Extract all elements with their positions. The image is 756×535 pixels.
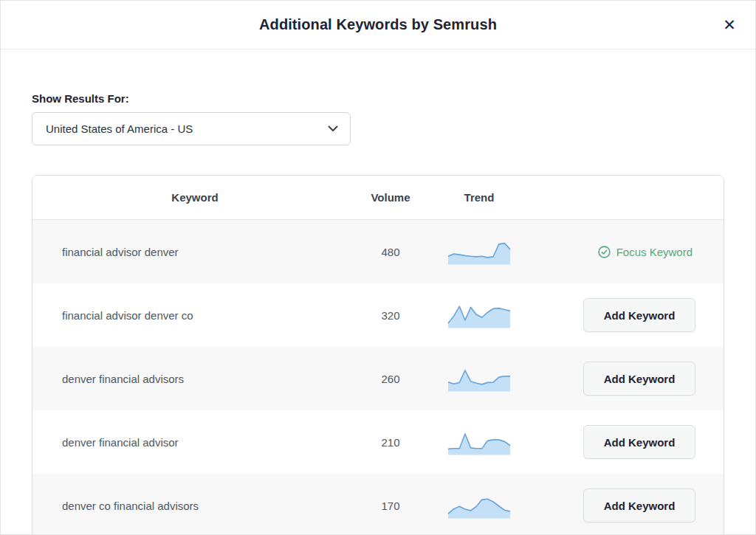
table-row: denver co financial advisors 170 Add Key…: [32, 474, 724, 535]
trend-sparkline-chart: [448, 428, 510, 456]
close-icon: ✕: [723, 17, 736, 32]
add-keyword-button[interactable]: Add Keyword: [583, 425, 695, 459]
modal-title: Additional Keywords by Semrush: [259, 16, 497, 33]
volume-cell: 210: [357, 436, 424, 449]
table-header-row: Keyword Volume Trend: [32, 176, 724, 220]
add-keyword-button[interactable]: Add Keyword: [583, 489, 695, 522]
table-row: denver financial advisors 260 Add Keywor…: [32, 347, 724, 410]
keyword-cell: financial advisor denver: [32, 246, 357, 258]
trend-sparkline-chart: [448, 365, 510, 393]
column-header-volume: Volume: [357, 191, 424, 204]
modal-body: Show Results For: United States of Ameri…: [1, 92, 755, 535]
volume-cell: 320: [357, 309, 424, 322]
trend-sparkline-chart: [448, 238, 510, 266]
column-header-keyword: Keyword: [32, 191, 357, 204]
action-cell: Add Keyword: [535, 425, 724, 459]
action-cell: Add Keyword: [535, 298, 724, 332]
country-select[interactable]: United States of America - US: [32, 112, 351, 145]
action-cell: Add Keyword: [535, 362, 724, 396]
trend-sparkline-chart: [448, 301, 510, 329]
keyword-cell: denver financial advisor: [32, 436, 357, 449]
trend-cell: [424, 301, 535, 329]
check-circle-icon: [598, 246, 611, 258]
volume-cell: 480: [357, 246, 424, 258]
volume-cell: 260: [357, 373, 424, 385]
keyword-cell: financial advisor denver co: [32, 309, 357, 322]
action-cell: Add Keyword: [535, 489, 724, 522]
focus-keyword-badge: Focus Keyword: [598, 246, 695, 258]
chevron-down-icon: [328, 125, 338, 132]
table-row: financial advisor denver co 320 Add Keyw…: [32, 283, 724, 347]
volume-cell: 170: [357, 500, 424, 512]
add-keyword-button[interactable]: Add Keyword: [583, 362, 695, 396]
trend-cell: [424, 238, 535, 266]
semrush-keywords-modal: Additional Keywords by Semrush ✕ Show Re…: [0, 0, 756, 535]
modal-header: Additional Keywords by Semrush ✕: [1, 1, 755, 49]
trend-sparkline-chart: [448, 491, 510, 520]
action-cell: Focus Keyword: [535, 246, 724, 258]
table-row: denver financial advisor 210 Add Keyword: [32, 410, 724, 474]
add-keyword-button[interactable]: Add Keyword: [583, 298, 695, 332]
trend-cell: [424, 365, 535, 393]
focus-keyword-label: Focus Keyword: [616, 246, 693, 258]
close-button[interactable]: ✕: [717, 13, 742, 38]
keyword-cell: denver co financial advisors: [32, 500, 357, 512]
column-header-trend: Trend: [424, 191, 535, 204]
trend-cell: [424, 428, 535, 456]
keyword-cell: denver financial advisors: [32, 373, 357, 385]
country-select-value: United States of America - US: [46, 122, 193, 135]
show-results-label: Show Results For:: [32, 92, 724, 105]
trend-cell: [424, 491, 535, 520]
keywords-table: Keyword Volume Trend financial advisor d…: [32, 175, 724, 535]
table-row: financial advisor denver 480 Focus Keywo…: [32, 220, 724, 283]
table-body: financial advisor denver 480 Focus Keywo…: [32, 220, 724, 535]
